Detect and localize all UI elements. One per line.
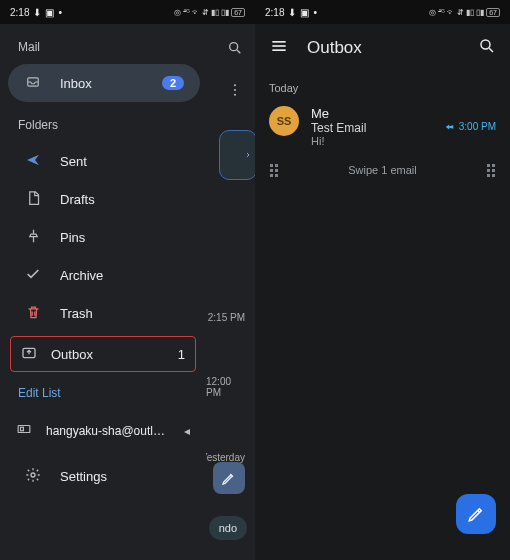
status-right: ◎⁴ᴳᯤ⇵▮▯▯▮ 67 xyxy=(174,8,245,17)
nav-archive-label: Archive xyxy=(60,268,184,283)
chevron-left-icon: ◂ xyxy=(184,424,190,438)
trash-icon xyxy=(24,304,42,323)
more-vert-icon xyxy=(227,82,243,102)
inbox-icon xyxy=(24,75,42,92)
left-screenshot: 2:18 ⬇ ▣ • ◎⁴ᴳᯤ⇵▮▯▯▮ 67 2:15 PM 12:00 PM… xyxy=(0,0,255,560)
more-icon: • xyxy=(58,7,62,18)
nav-outbox-label: Outbox xyxy=(51,347,164,362)
svg-point-2 xyxy=(234,84,236,86)
inbox-badge: 2 xyxy=(162,76,184,90)
drag-handle-left[interactable] xyxy=(270,164,278,177)
menu-icon[interactable] xyxy=(269,36,289,60)
nav-settings-label: Settings xyxy=(60,469,184,484)
svg-point-0 xyxy=(230,43,238,51)
avatar: SS xyxy=(269,106,299,136)
swipe-label: Swipe 1 email xyxy=(348,164,416,176)
status-time-r: 2:18 xyxy=(265,7,284,18)
right-screenshot: 2:18 ⬇ ▣ • ◎⁴ᴳᯤ⇵▮▯▯▮ 67 Outbox Today SS … xyxy=(255,0,510,560)
gear-icon xyxy=(24,467,42,486)
pin-icon xyxy=(24,228,42,247)
search-icon xyxy=(227,40,243,60)
account-row[interactable]: hangyaku-sha@outlook… ◂ xyxy=(0,412,206,449)
nav-drafts[interactable]: Drafts xyxy=(8,180,200,218)
status-bar: 2:18 ⬇ ▣ • ◎⁴ᴳᯤ⇵▮▯▯▮ 67 xyxy=(0,0,255,24)
status-right-r: ◎⁴ᴳᯤ⇵▮▯▯▮ 67 xyxy=(429,8,500,17)
nav-trash[interactable]: Trash xyxy=(8,294,200,332)
left-bg-dimmed: 2:15 PM 12:00 PM Yesterday ndo xyxy=(206,24,255,560)
account-email: hangyaku-sha@outlook… xyxy=(46,424,170,438)
photo-icon: ▣ xyxy=(45,7,54,18)
folders-section-label: Folders xyxy=(0,102,206,142)
nav-sent-label: Sent xyxy=(60,154,184,169)
nav-pins-label: Pins xyxy=(60,230,184,245)
nav-drafts-label: Drafts xyxy=(60,192,184,207)
outbox-icon xyxy=(21,345,37,364)
swipe-bar[interactable]: Swipe 1 email xyxy=(255,153,510,187)
page-title: Outbox xyxy=(307,38,460,58)
nav-inbox-label: Inbox xyxy=(60,76,144,91)
email-subject: Test Email xyxy=(311,121,432,135)
email-time: 3:00 PM xyxy=(444,106,496,147)
nav-archive[interactable]: Archive xyxy=(8,256,200,294)
outbox-count: 1 xyxy=(178,347,185,362)
photo-icon: ▣ xyxy=(300,7,309,18)
nav-inbox[interactable]: Inbox 2 xyxy=(8,64,200,102)
edit-list-link[interactable]: Edit List xyxy=(0,376,206,412)
sent-icon xyxy=(24,152,42,171)
compose-fab-bg xyxy=(213,462,245,494)
drafts-icon xyxy=(24,190,42,209)
svg-line-14 xyxy=(489,48,493,52)
email-row[interactable]: SS Me Test Email Hi! 3:00 PM xyxy=(255,100,510,153)
drag-handle-right[interactable] xyxy=(487,164,495,177)
status-bar-r: 2:18 ⬇ ▣ • ◎⁴ᴳᯤ⇵▮▯▯▮ 67 xyxy=(255,0,510,24)
status-time: 2:18 xyxy=(10,7,29,18)
compose-fab[interactable] xyxy=(456,494,496,534)
svg-point-4 xyxy=(234,94,236,96)
download-icon: ⬇ xyxy=(288,7,296,18)
section-today: Today xyxy=(255,72,510,100)
bg-time-2: 12:00 PM xyxy=(206,376,245,398)
search-icon[interactable] xyxy=(478,37,496,59)
card-preview xyxy=(219,130,255,180)
nav-settings[interactable]: Settings xyxy=(8,457,200,495)
more-icon: • xyxy=(313,7,317,18)
archive-icon xyxy=(24,266,42,285)
nav-trash-label: Trash xyxy=(60,306,184,321)
nav-sent[interactable]: Sent xyxy=(8,142,200,180)
mailbox-icon xyxy=(16,422,32,439)
svg-point-13 xyxy=(481,40,490,49)
top-bar: Outbox xyxy=(255,24,510,72)
svg-point-9 xyxy=(31,473,35,477)
email-from: Me xyxy=(311,106,432,121)
email-preview: Hi! xyxy=(311,135,432,147)
nav-pins[interactable]: Pins xyxy=(8,218,200,256)
download-icon: ⬇ xyxy=(33,7,41,18)
svg-line-1 xyxy=(237,50,240,53)
nav-drawer: Mail Inbox 2 Folders Sent Drafts P xyxy=(0,24,206,560)
svg-rect-8 xyxy=(21,427,24,431)
mail-section-label: Mail xyxy=(0,24,206,64)
svg-point-3 xyxy=(234,89,236,91)
bg-time-1: 2:15 PM xyxy=(208,312,245,323)
nav-outbox[interactable]: Outbox 1 xyxy=(10,336,196,372)
undo-toast: ndo xyxy=(209,516,247,540)
